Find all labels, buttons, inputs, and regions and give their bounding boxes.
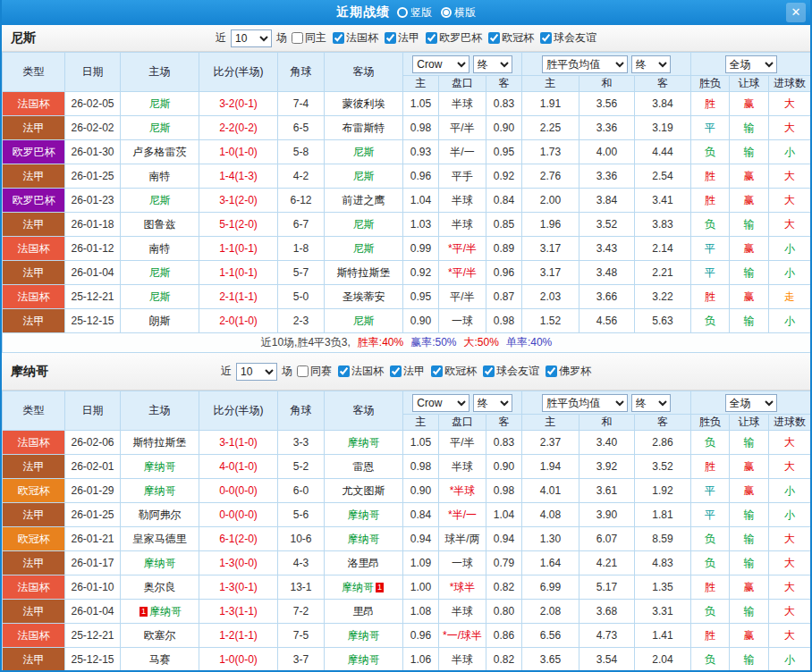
- avg-home-odds: 4.08: [522, 503, 579, 527]
- filter-checkbox[interactable]: [431, 365, 443, 377]
- filter-option[interactable]: 欧冠杯: [431, 364, 477, 379]
- match-score: 0-0(0-0): [199, 479, 278, 503]
- home-team: 尼斯: [121, 116, 199, 140]
- match-type: 法甲: [3, 309, 65, 333]
- team-name-text: 马赛: [149, 653, 171, 666]
- match-row: 法甲26-02-02尼斯2-2(0-2)6-5布雷斯特0.98平/半0.902.…: [3, 116, 811, 140]
- final-odds-select[interactable]: 终: [473, 55, 512, 73]
- filter-option[interactable]: 欧冠杯: [488, 30, 534, 46]
- avg-odds-select[interactable]: 胜平负均值: [542, 394, 628, 412]
- asian-home-odds: 1.06: [403, 648, 439, 672]
- away-team: 蒙彼利埃: [325, 92, 403, 116]
- nice-section: 尼斯 近 10 场 同主法国杯法甲欧罗巴杯欧冠杯球会友谊 类型 日期 主场: [2, 25, 810, 353]
- corner-score: 4-2: [278, 164, 325, 189]
- col-avg-home: 主: [522, 76, 579, 92]
- col-score: 比分(半场): [199, 53, 278, 92]
- filter-checkbox[interactable]: [483, 365, 495, 377]
- filter-option[interactable]: 法国杯: [338, 364, 384, 379]
- filter-checkbox[interactable]: [385, 32, 396, 44]
- asian-away-odds: 0.84: [486, 189, 522, 213]
- filter-checkbox[interactable]: [390, 365, 402, 377]
- match-type: 欧冠杯: [3, 479, 65, 503]
- bookmaker-select[interactable]: Crow: [412, 394, 469, 412]
- filter-checkbox[interactable]: [426, 32, 437, 44]
- filter-option[interactable]: 球会友谊: [540, 30, 596, 46]
- filter-option[interactable]: 法国杯: [333, 30, 378, 46]
- corner-score: 7-5: [278, 624, 325, 648]
- avg-draw-odds: 5.17: [579, 575, 635, 600]
- filter-checkbox[interactable]: [338, 365, 350, 377]
- avg-away-odds: 3.22: [635, 285, 691, 309]
- filter-checkbox[interactable]: [540, 32, 552, 44]
- col-wdl: 胜负: [691, 76, 730, 92]
- match-row: 法国杯26-01-10奥尔良1-3(0-1)13-1摩纳哥11.00*球半0.8…: [3, 575, 811, 600]
- avg-home-odds: 2.76: [522, 164, 579, 189]
- match-score: 1-4(1-3): [199, 164, 278, 189]
- avg-odds-select[interactable]: 胜平负均值: [542, 55, 628, 73]
- asian-handicap-line: 一球: [439, 551, 486, 575]
- filter-checkbox[interactable]: [297, 365, 309, 377]
- match-score: 5-1(2-0): [199, 213, 278, 237]
- filter-option[interactable]: 球会友谊: [483, 364, 539, 379]
- avg-away-odds: 2.54: [635, 164, 691, 189]
- corner-score: 5-7: [278, 261, 325, 285]
- home-team: 南特: [121, 237, 199, 261]
- section-header: 摩纳哥 近 10 场 同赛法国杯法甲欧冠杯球会友谊佛罗杯: [2, 353, 810, 391]
- team-name-text: 斯特拉斯堡: [133, 436, 187, 449]
- match-row: 法甲26-01-04尼斯1-1(0-1)5-7斯特拉斯堡0.92*平/半0.96…: [3, 261, 811, 285]
- filter-option[interactable]: 同赛: [297, 364, 332, 379]
- final-avg-select[interactable]: 终: [631, 394, 671, 412]
- match-type: 法国杯: [3, 92, 65, 116]
- match-date: 26-01-04: [65, 261, 121, 285]
- filter-option[interactable]: 法甲: [385, 30, 419, 46]
- avg-away-odds: 2.86: [635, 431, 691, 455]
- match-row: 法国杯26-01-12南特1-1(0-1)1-8尼斯0.99*平/半0.893.…: [3, 237, 811, 261]
- match-count-select[interactable]: 10: [236, 363, 277, 381]
- asian-away-odds: 0.83: [486, 431, 522, 455]
- asian-handicap-line: 平/半: [439, 285, 486, 309]
- asian-away-odds: 0.98: [486, 479, 522, 503]
- scope-select[interactable]: 全场: [725, 55, 777, 73]
- match-date: 26-01-25: [65, 503, 121, 527]
- filter-option[interactable]: 佛罗杯: [546, 364, 591, 379]
- layout-radio-input[interactable]: [441, 7, 452, 18]
- filter-option[interactable]: 法甲: [390, 364, 425, 379]
- filter-option[interactable]: 欧罗巴杯: [426, 30, 482, 46]
- avg-away-odds: 8.59: [635, 527, 691, 551]
- team-name-text: 摩纳哥: [348, 653, 380, 666]
- scope-select[interactable]: 全场: [725, 394, 777, 412]
- layout-radio-horizontal[interactable]: 横版: [441, 5, 476, 21]
- home-team: 斯特拉斯堡: [121, 431, 199, 455]
- away-team: 洛里昂: [325, 551, 403, 575]
- final-avg-select[interactable]: 终: [631, 55, 671, 73]
- match-date: 26-02-02: [65, 116, 121, 140]
- result-wdl: 平: [691, 479, 730, 503]
- match-count-select[interactable]: 10: [231, 29, 272, 47]
- avg-draw-odds: 3.48: [579, 261, 635, 285]
- filter-option[interactable]: 同主: [292, 30, 326, 46]
- filter-checkbox[interactable]: [333, 32, 344, 44]
- team-name-text: 欧塞尔: [144, 629, 176, 642]
- filter-checkbox[interactable]: [292, 32, 303, 44]
- away-team: 雷恩: [325, 455, 403, 479]
- result-goals: 大: [769, 431, 811, 455]
- avg-away-odds: 3.31: [635, 600, 691, 624]
- layout-radio-vertical[interactable]: 竖版: [397, 5, 432, 21]
- avg-draw-odds: 3.52: [579, 213, 635, 237]
- match-type: 法甲: [3, 213, 65, 237]
- asian-home-odds: 0.98: [403, 455, 439, 479]
- filter-label: 法甲: [398, 30, 419, 46]
- layout-radio-input[interactable]: [397, 7, 408, 18]
- filter-checkbox[interactable]: [488, 32, 500, 44]
- col-avg-draw: 和: [579, 76, 635, 92]
- close-icon[interactable]: ✕: [786, 3, 806, 22]
- avg-draw-odds: 3.84: [579, 189, 635, 213]
- asian-handicap-line: 半/一: [439, 140, 486, 164]
- filter-label: 欧冠杯: [444, 364, 477, 379]
- bookmaker-select[interactable]: Crow: [412, 55, 469, 73]
- filter-checkbox[interactable]: [546, 365, 557, 377]
- asian-home-odds: 1.04: [403, 189, 439, 213]
- final-odds-select[interactable]: 终: [473, 394, 512, 412]
- asian-away-odds: 0.92: [486, 164, 522, 189]
- away-team: 斯特拉斯堡: [325, 261, 403, 285]
